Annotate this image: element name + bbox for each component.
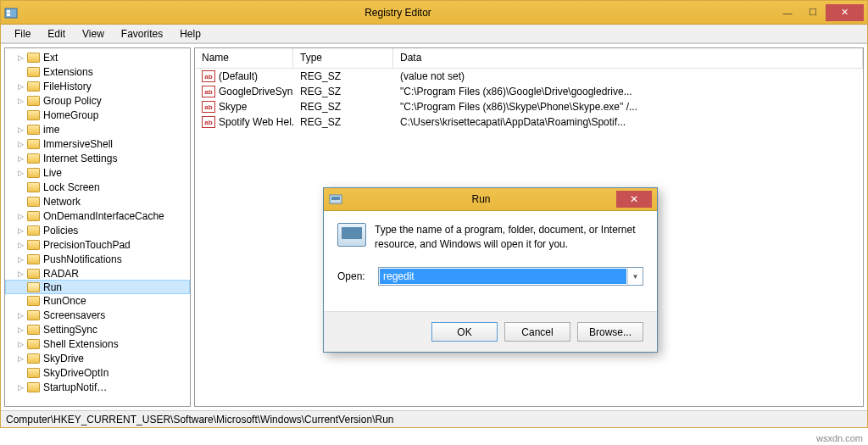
tree-item[interactable]: RunOnce (5, 293, 190, 308)
tree-item-label: SkyDrive (43, 353, 84, 364)
tree-item[interactable]: HomeGroup (5, 108, 190, 122)
expander-icon[interactable]: ▷ (15, 325, 25, 334)
folder-icon (27, 211, 40, 221)
col-header-name[interactable]: Name (195, 48, 293, 68)
tree-item-label: Screensavers (43, 309, 105, 321)
expander-icon[interactable]: ▷ (15, 255, 25, 264)
tree-item[interactable]: ▷ImmersiveShell (5, 136, 190, 151)
run-program-icon (337, 223, 366, 247)
list-row[interactable]: abSkypeREG_SZ"C:\Program Files (x86)\Sky… (195, 99, 863, 114)
tree-item[interactable]: ▷SettingSync (5, 322, 190, 337)
expander-icon[interactable]: ▷ (15, 383, 25, 392)
tree-item[interactable]: ▷ime (5, 122, 190, 136)
tree-item[interactable]: Run (5, 280, 190, 294)
tree-item[interactable]: ▷Group Policy (5, 93, 190, 108)
tree-item[interactable]: ▷StartupNotif… (5, 380, 190, 394)
tree-pane[interactable]: ▷ExtExtensions▷FileHistory▷Group PolicyH… (4, 47, 191, 407)
tree-item[interactable]: ▷SkyDrive (5, 351, 190, 365)
tree-item[interactable]: ▷Live (5, 165, 190, 180)
cell-data: (value not set) (393, 70, 863, 82)
expander-icon[interactable]: ▷ (15, 97, 25, 105)
folder-icon (27, 282, 40, 292)
tree-item[interactable]: ▷PrecisionTouchPad (5, 237, 190, 252)
tree-item[interactable]: Lock Screen (5, 180, 190, 194)
cell-type: REG_SZ (293, 70, 393, 82)
expander-icon[interactable]: ▷ (15, 311, 25, 320)
run-browse-button[interactable]: Browse... (577, 322, 643, 342)
tree-item-label: Run (43, 281, 62, 293)
list-header: Name Type Data (195, 48, 863, 69)
tree-item[interactable]: SkyDriveOptIn (5, 365, 190, 380)
run-open-label: Open: (337, 270, 378, 282)
expander-icon[interactable]: ▷ (15, 226, 25, 235)
col-header-data[interactable]: Data (393, 48, 863, 68)
expander-icon[interactable]: ▷ (15, 125, 25, 134)
tree-item[interactable]: ▷Internet Settings (5, 151, 190, 165)
expander-icon[interactable]: ▷ (15, 154, 25, 163)
col-header-type[interactable]: Type (293, 48, 393, 68)
close-button[interactable]: ✕ (826, 4, 864, 21)
tree-item-label: Policies (43, 225, 78, 236)
run-cancel-button[interactable]: Cancel (504, 322, 570, 342)
folder-icon (27, 67, 40, 77)
run-description: Type the name of a program, folder, docu… (375, 223, 643, 252)
maximize-button[interactable]: ☐ (800, 4, 826, 21)
tree-item-label: Group Policy (43, 95, 102, 107)
expander-icon[interactable]: ▷ (15, 53, 25, 62)
tree-item[interactable]: ▷FileHistory (5, 79, 190, 93)
expander-icon[interactable]: ▷ (15, 212, 25, 220)
list-row[interactable]: ab(Default)REG_SZ(value not set) (195, 69, 863, 84)
run-combo-dropdown-icon[interactable]: ▼ (627, 268, 643, 285)
minimize-button[interactable]: — (775, 4, 800, 21)
tree-item-label: SkyDriveOptIn (43, 367, 108, 379)
run-open-combobox[interactable]: regedit ▼ (378, 267, 643, 286)
tree-item-label: StartupNotif… (43, 381, 107, 393)
tree-item[interactable]: ▷Shell Extensions (5, 337, 190, 351)
folder-icon (27, 153, 40, 164)
svg-rect-2 (7, 14, 10, 16)
expander-icon[interactable]: ▷ (15, 241, 25, 249)
folder-icon (27, 96, 40, 106)
svg-rect-0 (5, 8, 17, 18)
expander-icon[interactable]: ▷ (15, 270, 25, 278)
tree-item[interactable]: ▷Ext (5, 50, 190, 64)
string-value-icon: ab (202, 101, 215, 113)
folder-icon (27, 182, 40, 192)
menu-view[interactable]: View (74, 25, 113, 42)
menu-file[interactable]: File (6, 25, 39, 42)
run-ok-button[interactable]: OK (431, 322, 498, 342)
tree-item-label: Ext (43, 52, 58, 64)
menu-favorites[interactable]: Favorites (113, 25, 171, 42)
tree-item[interactable]: ▷Screensavers (5, 308, 190, 322)
tree-item[interactable]: Extensions (5, 64, 190, 79)
tree-item[interactable]: Network (5, 194, 190, 209)
folder-icon (27, 81, 40, 92)
menu-help[interactable]: Help (171, 25, 209, 42)
statusbar: Computer\HKEY_CURRENT_USER\Software\Micr… (1, 410, 867, 427)
expander-icon[interactable]: ▷ (15, 354, 25, 363)
expander-icon[interactable]: ▷ (15, 340, 25, 348)
expander-icon[interactable]: ▷ (15, 169, 25, 177)
run-titlebar: Run ✕ (324, 188, 657, 211)
cell-type: REG_SZ (293, 101, 393, 113)
tree-item[interactable]: ▷RADAR (5, 266, 190, 281)
tree-item-label: Lock Screen (43, 181, 100, 193)
menu-edit[interactable]: Edit (39, 25, 74, 42)
expander-icon[interactable]: ▷ (15, 140, 25, 148)
tree-item[interactable]: ▷PushNotifications (5, 252, 190, 266)
run-icon (329, 192, 342, 206)
expander-icon[interactable]: ▷ (15, 82, 25, 91)
list-row[interactable]: abSpotify Web Hel...REG_SZC:\Users\krise… (195, 114, 863, 130)
cell-name: ab(Default) (195, 70, 293, 82)
folder-icon (27, 382, 40, 392)
tree-item[interactable]: ▷OnDemandInterfaceCache (5, 209, 190, 223)
run-close-button[interactable]: ✕ (616, 191, 652, 208)
run-dialog: Run ✕ Type the name of a program, folder… (323, 187, 658, 353)
tree-item[interactable]: ▷Policies (5, 223, 190, 237)
cell-data: C:\Users\krisettecapati\AppData\Roaming\… (393, 116, 863, 128)
tree-item-label: Live (43, 167, 62, 179)
folder-icon (27, 240, 40, 250)
run-open-value[interactable]: regedit (380, 269, 626, 284)
list-row[interactable]: abGoogleDriveSyncREG_SZ"C:\Program Files… (195, 84, 863, 99)
tree-item-label: Shell Extensions (43, 338, 119, 350)
